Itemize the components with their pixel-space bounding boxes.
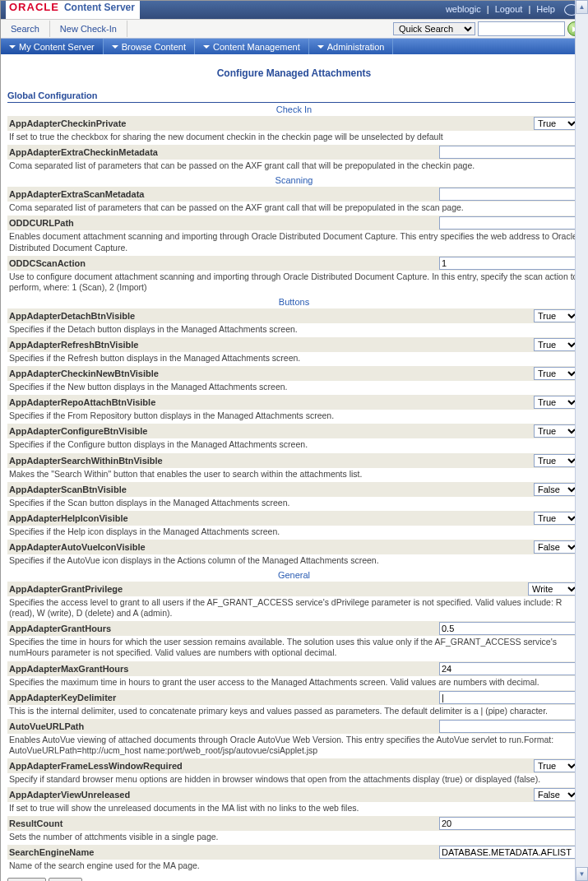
desc-grant-priv: Specifies the access level to grant to a…	[7, 596, 581, 621]
subhead-scanning: Scanning	[7, 175, 581, 185]
top-header: ORACLE Content Server weblogic | Logout …	[1, 1, 587, 19]
brand-vendor: ORACLE	[9, 1, 59, 13]
top-links: weblogic | Logout | Help	[442, 4, 582, 16]
desc-oddc-url: Enables document attachment scanning and…	[7, 230, 581, 255]
desc-frameless: Specify if standard browser menu options…	[7, 773, 581, 787]
reset-button[interactable]: Reset	[49, 878, 82, 882]
menu-my-content[interactable]: My Content Server	[1, 39, 104, 54]
param-extra-scan-meta: AppAdapterExtraScanMetadata	[9, 189, 144, 199]
desc-checkin-new-btn: Specifies if the New button displays in …	[7, 381, 581, 395]
param-frameless: AppAdapterFrameLessWindowRequired	[9, 761, 183, 771]
param-autovue-icon: AppAdapterAutoVueIconVisible	[9, 542, 146, 552]
param-key-delim: AppAdapterKeyDelimiter	[9, 693, 116, 702]
desc-autovue-url: Enables AutoVue viewing of attached docu…	[7, 734, 581, 758]
search-within-btn-select[interactable]: True	[534, 454, 579, 467]
param-help-icon: AppAdapterHelpIconVisible	[9, 513, 128, 523]
param-oddc-url: ODDCURLPath	[9, 218, 74, 228]
oddc-scan-input[interactable]	[439, 257, 579, 270]
page-title: Configure Managed Attachments	[7, 67, 581, 79]
checkin-new-btn-select[interactable]: True	[534, 367, 579, 380]
desc-view-unrel: If set to true will show the unreleased …	[7, 802, 581, 816]
desc-extra-scan-meta: Coma separated list of parameters that c…	[7, 202, 581, 216]
desc-repo-attach-btn: Specifies if the From Repository button …	[7, 410, 581, 424]
desc-search-within-btn: Makes the "Search Within" button that en…	[7, 468, 581, 482]
param-search-within-btn: AppAdapterSearchWithinBtnVisible	[9, 456, 163, 466]
brand-product: Content Server	[64, 2, 135, 13]
autovue-icon-select[interactable]: False	[534, 540, 579, 554]
param-checkin-new-btn: AppAdapterCheckinNewBtnVisible	[9, 369, 159, 378]
repo-attach-btn-select[interactable]: True	[534, 396, 579, 409]
grant-priv-select[interactable]: Write	[528, 582, 579, 596]
desc-result-count: Sets the number of attchments visible in…	[7, 831, 581, 845]
max-grant-hours-input[interactable]	[439, 662, 579, 675]
extra-scan-meta-input[interactable]	[439, 188, 579, 201]
result-count-input[interactable]	[439, 817, 579, 830]
param-result-count: ResultCount	[9, 818, 63, 828]
subhead-checkin: Check In	[7, 104, 581, 114]
param-search-engine: SearchEngineName	[9, 847, 94, 857]
key-delim-input[interactable]	[439, 691, 579, 704]
menu-bar: My Content Server Browse Content Content…	[1, 39, 587, 54]
desc-configure-btn: Specifies if the Configure button displa…	[7, 438, 581, 452]
desc-autovue-icon: Specifies if the AutoVue icon displays i…	[7, 554, 581, 568]
secondary-bar: Search New Check-In Quick Search ▶	[1, 19, 587, 39]
desc-search-engine: Name of the search engine used for the M…	[7, 860, 581, 874]
scroll-down-icon[interactable]: ▼	[576, 867, 588, 881]
tab-search[interactable]: Search	[1, 21, 50, 37]
param-configure-btn: AppAdapterConfigureBtnVisible	[9, 426, 147, 436]
quick-search-input[interactable]	[478, 21, 565, 36]
update-button[interactable]: Update	[7, 878, 46, 882]
subhead-buttons: Buttons	[7, 297, 581, 307]
menu-content-mgmt[interactable]: Content Management	[195, 39, 309, 54]
param-checkin-private: AppAdapterCheckinPrivate	[9, 118, 126, 128]
menu-browse-content[interactable]: Browse Content	[104, 39, 195, 54]
param-detach-btn: AppAdapterDetachBtnVisible	[9, 311, 135, 321]
param-grant-hours: AppAdapterGrantHours	[9, 624, 111, 633]
param-oddc-scan: ODDCScanAction	[9, 258, 86, 268]
menu-administration[interactable]: Administration	[309, 39, 394, 54]
desc-extra-checkin-meta: Coma separated list of parameters that c…	[7, 160, 581, 174]
help-link[interactable]: Help	[536, 4, 555, 14]
desc-max-grant-hours: Specifies the maximum time in hours to g…	[7, 676, 581, 690]
param-grant-priv: AppAdapterGrantPrivilege	[9, 584, 123, 594]
user-label: weblogic	[446, 4, 481, 14]
param-scan-btn: AppAdapterScanBtnVisible	[9, 485, 127, 494]
scroll-up-icon[interactable]: ▲	[576, 0, 588, 14]
frameless-select[interactable]: True	[534, 759, 579, 772]
oddc-url-input[interactable]	[439, 216, 579, 230]
param-refresh-btn: AppAdapterRefreshBtnVisible	[9, 340, 139, 350]
desc-help-icon: Specifies if the Help icon displays in t…	[7, 526, 581, 540]
param-extra-checkin-meta: AppAdapterExtraCheckinMetadata	[9, 147, 158, 157]
desc-scan-btn: Specifies if the Scan button displays in…	[7, 497, 581, 511]
section-global-config: Global Configuration	[7, 90, 581, 103]
param-repo-attach-btn: AppAdapterRepoAttachBtnVisible	[9, 397, 155, 407]
param-autovue-url: AutoVueURLPath	[9, 721, 84, 731]
vertical-scrollbar[interactable]: ▲ ▼	[575, 0, 588, 881]
refresh-btn-select[interactable]: True	[534, 338, 579, 351]
logout-link[interactable]: Logout	[495, 4, 523, 14]
tab-new-checkin[interactable]: New Check-In	[50, 21, 127, 37]
desc-checkin-private: If set to true the checkbox for sharing …	[7, 131, 581, 145]
desc-oddc-scan: Use to configure document attachment sca…	[7, 271, 581, 295]
param-view-unrel: AppAdapterViewUnreleased	[9, 790, 130, 800]
checkin-private-select[interactable]: True	[534, 117, 579, 130]
quick-search-select[interactable]: Quick Search	[393, 22, 475, 35]
autovue-url-input[interactable]	[439, 720, 579, 733]
help-icon-select[interactable]: True	[534, 512, 579, 525]
detach-btn-select[interactable]: True	[534, 309, 579, 322]
view-unrel-select[interactable]: False	[534, 788, 579, 801]
desc-grant-hours: Specifies the time in hours for which th…	[7, 636, 581, 661]
desc-refresh-btn: Specifies if the Refresh button displays…	[7, 352, 581, 366]
search-engine-input[interactable]	[439, 846, 579, 859]
scan-btn-select[interactable]: False	[534, 483, 579, 496]
extra-checkin-meta-input[interactable]	[439, 146, 579, 159]
brand-logo: ORACLE Content Server	[6, 1, 140, 19]
param-max-grant-hours: AppAdapterMaxGrantHours	[9, 664, 128, 674]
grant-hours-input[interactable]	[439, 622, 579, 635]
subhead-general: General	[7, 570, 581, 580]
configure-btn-select[interactable]: True	[534, 424, 579, 438]
desc-key-delim: This is the internal delimiter, used to …	[7, 705, 581, 719]
desc-detach-btn: Specifies if the Detach button displays …	[7, 323, 581, 337]
